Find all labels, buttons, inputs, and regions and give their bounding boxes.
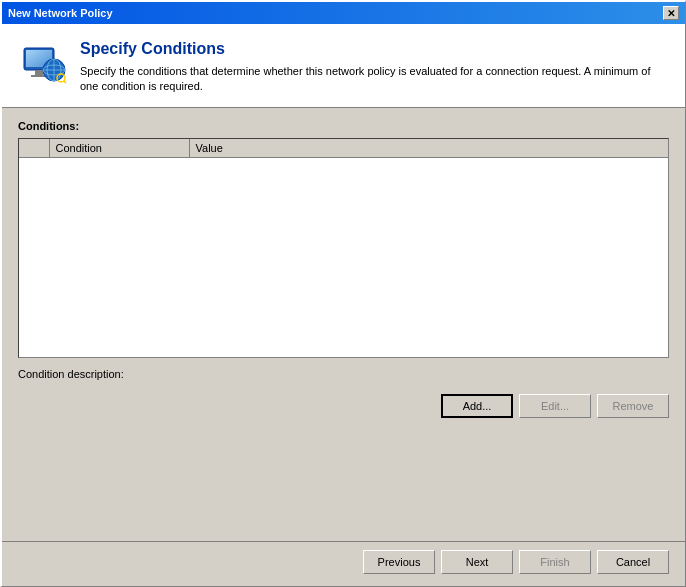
conditions-label: Conditions: <box>18 120 669 132</box>
title-bar: New Network Policy ✕ <box>2 2 685 24</box>
condition-description-section: Condition description: <box>18 368 669 386</box>
col-value: Value <box>189 139 668 158</box>
network-policy-icon <box>18 40 68 90</box>
conditions-table: Condition Value <box>19 139 668 158</box>
window-title: New Network Policy <box>8 7 113 19</box>
action-buttons: Add... Edit... Remove <box>18 394 669 418</box>
main-window: New Network Policy ✕ <box>0 0 686 587</box>
col-index <box>19 139 49 158</box>
svg-rect-3 <box>35 70 43 75</box>
col-condition: Condition <box>49 139 189 158</box>
content-area: Specify Conditions Specify the condition… <box>2 24 685 541</box>
header-section: Specify Conditions Specify the condition… <box>2 24 685 108</box>
page-description: Specify the conditions that determine wh… <box>80 64 669 95</box>
conditions-table-container: Condition Value <box>18 138 669 358</box>
previous-button[interactable]: Previous <box>363 550 435 574</box>
next-button[interactable]: Next <box>441 550 513 574</box>
finish-button[interactable]: Finish <box>519 550 591 574</box>
add-button[interactable]: Add... <box>441 394 513 418</box>
close-button[interactable]: ✕ <box>663 6 679 20</box>
edit-button[interactable]: Edit... <box>519 394 591 418</box>
footer-section: Previous Next Finish Cancel <box>2 541 685 586</box>
page-title: Specify Conditions <box>80 40 669 58</box>
svg-line-11 <box>64 81 67 84</box>
cancel-button[interactable]: Cancel <box>597 550 669 574</box>
condition-description-label: Condition description: <box>18 368 669 380</box>
main-section: Conditions: Condition Value Condition <box>2 108 685 541</box>
remove-button[interactable]: Remove <box>597 394 669 418</box>
header-text: Specify Conditions Specify the condition… <box>80 40 669 95</box>
